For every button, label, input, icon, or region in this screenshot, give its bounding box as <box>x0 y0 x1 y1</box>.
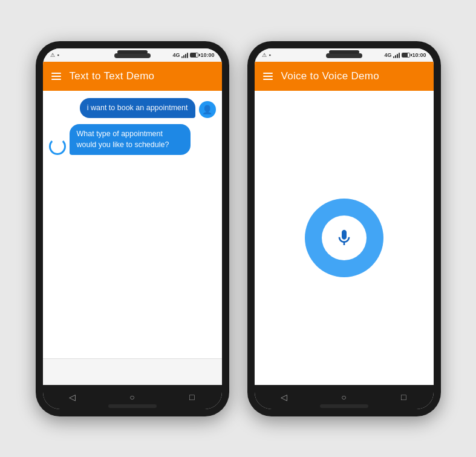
clock-2: 10:00 <box>412 52 426 58</box>
voice-content <box>255 91 434 385</box>
hamburger-line-1 <box>51 73 61 74</box>
user-bubble: i want to book an appointment <box>80 98 195 119</box>
message-row-user: i want to book an appointment 👤 <box>49 98 216 119</box>
text-input-area[interactable] <box>43 358 222 385</box>
bar3-2 <box>397 54 398 58</box>
back-button-2[interactable]: ◁ <box>275 391 293 403</box>
sim-icon-2: ▪ <box>269 52 271 58</box>
network-type-2: 4G <box>384 52 391 58</box>
hamburger-menu-1[interactable] <box>51 73 61 80</box>
status-left-2: ⚠ ▪ <box>262 52 271 58</box>
signal-bars-1 <box>181 52 188 58</box>
recent-button-2[interactable]: □ <box>394 391 412 403</box>
app-bar-2: Voice to Voice Demo <box>255 62 434 91</box>
microphone-icon <box>334 228 354 248</box>
status-right-2: 4G 10:00 <box>384 52 426 58</box>
bot-bubble: What type of appointment would you like … <box>70 124 191 155</box>
phone-voice-demo: ⚠ ▪ 4G 10:00 <box>247 41 441 416</box>
battery-fill-2 <box>402 53 407 57</box>
bar2-2 <box>395 55 396 58</box>
phone2-screen: ⚠ ▪ 4G 10:00 <box>255 48 434 409</box>
app-title-2: Voice to Voice Demo <box>281 70 380 82</box>
mic-inner-circle <box>322 215 367 260</box>
speaker-top-2 <box>329 50 359 54</box>
home-button-2[interactable]: ○ <box>334 391 353 403</box>
status-right-1: 4G 10:00 <box>172 52 214 58</box>
hamburger-line-1-2 <box>263 73 273 74</box>
warning-icon-1: ⚠ <box>50 52 55 58</box>
signal-bars-2 <box>393 52 400 58</box>
chat-area: i want to book an appointment 👤 What typ… <box>43 91 222 358</box>
hamburger-line-3 <box>51 79 61 80</box>
home-button-1[interactable]: ○ <box>123 391 141 403</box>
recent-button-1[interactable]: □ <box>183 391 201 403</box>
battery-icon-2 <box>402 53 410 58</box>
hamburger-line-3-2 <box>263 79 273 80</box>
bar1 <box>181 56 183 58</box>
hamburger-line-2 <box>51 76 61 77</box>
chat-text-input[interactable] <box>50 367 215 376</box>
speaker-top <box>117 50 148 54</box>
status-left-1: ⚠ ▪ <box>50 52 59 58</box>
bot-spinner <box>49 138 66 155</box>
user-message-text: i want to book an appointment <box>87 104 188 112</box>
battery-icon-1 <box>190 53 198 58</box>
mic-button[interactable] <box>305 199 383 277</box>
message-row-bot: What type of appointment would you like … <box>49 124 216 155</box>
phone-text-demo: ⚠ ▪ 4G 10:00 <box>36 41 229 416</box>
back-button-1[interactable]: ◁ <box>64 391 82 403</box>
user-avatar-icon: 👤 <box>202 105 212 114</box>
phones-container: ⚠ ▪ 4G 10:00 <box>36 41 441 416</box>
hamburger-menu-2[interactable] <box>263 73 273 80</box>
app-title-1: Text to Text Demo <box>70 70 155 82</box>
hamburger-line-2-2 <box>263 76 273 77</box>
clock-1: 10:00 <box>200 52 214 58</box>
speaker-bottom-1 <box>108 404 157 408</box>
bar3 <box>185 54 186 58</box>
app-bar-1: Text to Text Demo <box>43 62 222 91</box>
warning-icon-2: ⚠ <box>262 52 267 58</box>
sim-icon-1: ▪ <box>57 52 59 58</box>
bar1-2 <box>393 56 394 58</box>
bar4 <box>187 53 188 58</box>
user-avatar: 👤 <box>199 101 216 118</box>
bot-message-text: What type of appointment would you like … <box>77 130 169 149</box>
bar2 <box>183 55 184 58</box>
speaker-bottom-2 <box>320 404 368 408</box>
bar4-2 <box>399 53 400 58</box>
phone1-screen: ⚠ ▪ 4G 10:00 <box>43 48 222 409</box>
network-type-1: 4G <box>172 52 180 58</box>
battery-fill-1 <box>191 53 195 57</box>
